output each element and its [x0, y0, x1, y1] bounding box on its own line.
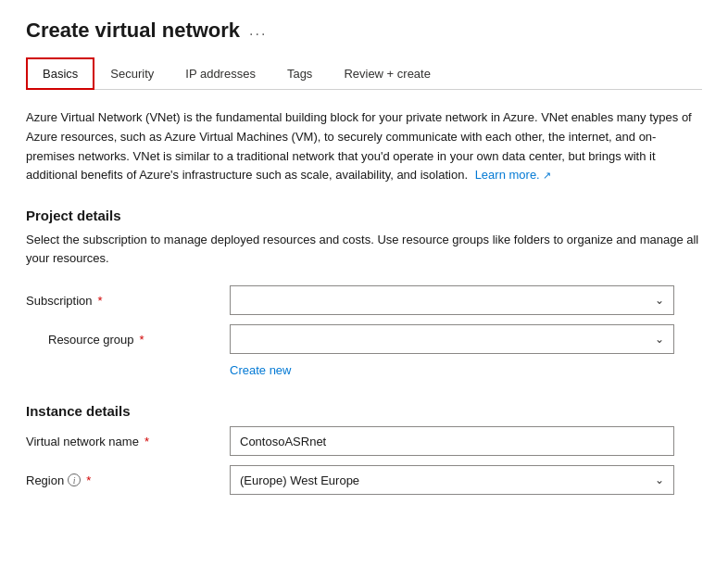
virtual-network-name-control [230, 426, 702, 456]
region-label: Region i * [26, 473, 230, 487]
tab-tags[interactable]: Tags [271, 58, 328, 89]
instance-details-section: Instance details Virtual network name* R… [26, 403, 702, 495]
tab-bar: Basics Security IP addresses Tags Review… [26, 57, 702, 90]
project-details-description: Select the subscription to manage deploy… [26, 231, 702, 267]
virtual-network-name-row: Virtual network name* [26, 426, 702, 456]
subscription-chevron-icon: ⌄ [655, 294, 664, 307]
region-row: Region i * (Europe) West Europe ⌄ [26, 465, 702, 495]
instance-details-title: Instance details [26, 403, 702, 419]
virtual-network-name-input[interactable] [230, 426, 674, 456]
subscription-row: Subscription* ⌄ [26, 285, 702, 315]
resource-group-dropdown[interactable]: ⌄ [230, 324, 674, 354]
create-new-link[interactable]: Create new [230, 363, 702, 377]
page-title: Create virtual network [26, 19, 240, 43]
resource-group-chevron-icon: ⌄ [655, 333, 664, 346]
tab-security[interactable]: Security [94, 58, 169, 89]
resource-group-control: ⌄ [230, 324, 702, 354]
region-control: (Europe) West Europe ⌄ [230, 465, 702, 495]
description-block: Azure Virtual Network (VNet) is the fund… [26, 108, 702, 185]
tab-basics[interactable]: Basics [26, 57, 94, 90]
region-value: (Europe) West Europe [240, 473, 359, 487]
region-info-icon[interactable]: i [68, 473, 81, 486]
region-required: * [86, 473, 91, 487]
subscription-required: * [98, 294, 103, 308]
subscription-label: Subscription* [26, 294, 230, 308]
project-details-title: Project details [26, 208, 702, 223]
resource-group-label: Resource group* [48, 333, 230, 347]
more-options-button[interactable]: ... [249, 22, 267, 39]
region-chevron-icon: ⌄ [655, 473, 664, 486]
project-details-section: Project details Select the subscription … [26, 208, 702, 377]
vnet-name-required: * [144, 435, 149, 448]
tab-review-create[interactable]: Review + create [328, 58, 446, 89]
resource-group-required: * [140, 333, 144, 347]
region-dropdown[interactable]: (Europe) West Europe ⌄ [230, 465, 674, 495]
subscription-control: ⌄ [230, 285, 702, 315]
tab-ip-addresses[interactable]: IP addresses [169, 58, 271, 89]
description-text: Azure Virtual Network (VNet) is the fund… [26, 110, 692, 182]
resource-group-row: Resource group* ⌄ [26, 324, 702, 354]
virtual-network-name-label: Virtual network name* [26, 435, 230, 448]
learn-more-link[interactable]: Learn more. [475, 168, 551, 182]
subscription-dropdown[interactable]: ⌄ [230, 285, 674, 315]
